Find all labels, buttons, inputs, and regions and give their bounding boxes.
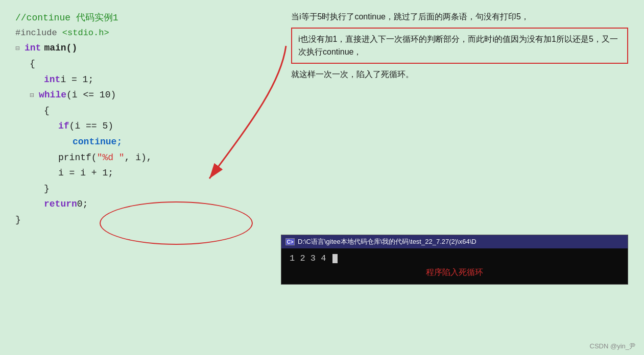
if-cond: (i == 5)	[69, 118, 113, 134]
terminal-dead-loop: 程序陷入死循环	[290, 265, 619, 278]
code-line-brace2: {	[44, 103, 281, 119]
terminal-body: 1 2 3 4 程序陷入死循环	[281, 248, 628, 284]
collapse-btn-main[interactable]: ⊟	[15, 43, 22, 55]
annotation-text1: 当i等于5时执行了continue，跳过了后面的两条语，句没有打印5，	[291, 10, 628, 23]
collapse-btn-while[interactable]: ⊟	[30, 90, 37, 102]
terminal-output-text: 1 2 3 4	[290, 253, 331, 263]
code-line-close-brace1: }	[15, 212, 281, 228]
code-line-comment: //continue 代码实例1	[15, 10, 281, 26]
open-brace2: {	[44, 103, 50, 119]
printf-func: printf("%d ", i),	[58, 150, 152, 166]
terminal-title: D:\C语言\gitee本地代码仓库\我的代码\test_22_7.27(2)\…	[298, 237, 476, 246]
code-line-close-brace2: }	[44, 181, 281, 197]
code-line-continue: continue;	[73, 134, 281, 150]
terminal-output: 1 2 3 4	[290, 253, 619, 263]
open-brace1: {	[30, 56, 35, 72]
annotation-box: i也没有加1，直接进入下一次循环的判断部分，而此时i的值因为没有加1所以还是5，…	[291, 28, 628, 64]
code-line-if: if (i == 5)	[58, 118, 281, 134]
annotation-text2: 就这样一次一次，陷入了死循环。	[291, 68, 628, 81]
code-line-brace1: {	[30, 56, 281, 72]
code-line-i-plus: i = i + 1;	[58, 165, 281, 181]
keyword-int2: int	[44, 72, 60, 88]
include-text: #include <stdio.h>	[15, 26, 109, 41]
keyword-return: return	[44, 196, 77, 212]
comment-text: //continue 代码实例1	[15, 10, 118, 26]
code-line-main: ⊟ int main()	[15, 40, 281, 56]
annotation-area: 当i等于5时执行了continue，跳过了后面的两条语，句没有打印5， i也没有…	[291, 10, 628, 81]
code-line-return: return 0;	[44, 196, 281, 212]
code-line-int-i: int i = 1;	[44, 72, 281, 88]
while-cond: (i <= 10)	[66, 87, 116, 103]
annotation-box-text: i也没有加1，直接进入下一次循环的判断部分，而此时i的值因为没有加1所以还是5，…	[298, 35, 618, 57]
close-brace2: }	[44, 181, 50, 197]
main-func: main()	[44, 40, 77, 56]
keyword-continue: continue;	[73, 134, 122, 150]
code-area: //continue 代码实例1 #include <stdio.h> ⊟ in…	[15, 10, 281, 228]
keyword-while: while	[39, 87, 66, 103]
close-brace1: }	[15, 212, 21, 228]
terminal-titlebar: C> D:\C语言\gitee本地代码仓库\我的代码\test_22_7.27(…	[281, 235, 628, 248]
code-line-printf: printf("%d ", i),	[58, 150, 281, 166]
var-i: i = 1;	[60, 72, 93, 88]
terminal-cursor	[332, 254, 338, 263]
keyword-if: if	[58, 118, 69, 134]
terminal-icon: C>	[285, 238, 295, 245]
watermark: CSDN @yin_尹	[590, 342, 636, 351]
i-assign: i = i + 1;	[58, 165, 113, 181]
keyword-int: int	[25, 40, 41, 56]
code-line-include: #include <stdio.h>	[15, 26, 281, 41]
main-container: //continue 代码实例1 #include <stdio.h> ⊟ in…	[0, 0, 644, 355]
return-val: 0;	[77, 196, 88, 212]
terminal-window: C> D:\C语言\gitee本地代码仓库\我的代码\test_22_7.27(…	[281, 235, 628, 285]
code-line-while: ⊟ while (i <= 10)	[15, 87, 281, 103]
